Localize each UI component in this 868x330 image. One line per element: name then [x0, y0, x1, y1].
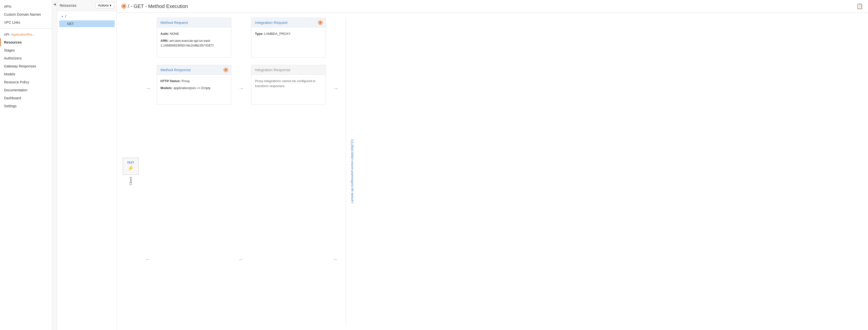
method-request-card: Method Request Auth: NONE ARN: arn:aws:e… — [157, 18, 231, 58]
sidebar-item-gateway-responses[interactable]: Gateway Responses — [0, 62, 52, 70]
resources-topbar: Resources Actions ▾ — [57, 0, 117, 11]
resource-tree: ▼ / GET — [57, 11, 117, 30]
sidebar-item-authorizers[interactable]: Authorizers — [0, 54, 52, 62]
arrow-left-mid: ← — [238, 256, 244, 263]
method-request-header: Method Request — [157, 18, 231, 27]
arrow-right-top: → — [145, 85, 151, 92]
header-orange-dot — [122, 4, 126, 8]
client-label: Client — [129, 177, 132, 185]
models-label: Models: — [160, 86, 173, 90]
collapse-icon: ◀ — [54, 2, 56, 6]
resource-method-get[interactable]: GET — [59, 21, 115, 27]
integration-request-dot — [319, 21, 322, 24]
method-request-arn: ARN: arn:aws:execute-api:us-east-1:14666… — [160, 38, 227, 48]
resource-root-item[interactable]: ▼ / — [57, 13, 117, 20]
integration-request-header: Integration Request — [251, 18, 326, 27]
resources-panel: Resources Actions ▾ ▼ / GET — [57, 0, 117, 330]
sidebar-item-settings[interactable]: Settings — [0, 102, 52, 110]
method-request-body: Auth: NONE ARN: arn:aws:execute-api:us-e… — [157, 27, 231, 57]
cards-col2: Integration Request Type: LAMBDA_PROXY I… — [251, 18, 326, 325]
models-row: Models: application/json => Empty — [160, 86, 227, 91]
method-response-body: HTTP Status: Proxy Models: application/j… — [157, 74, 231, 104]
sidebar: APIs Custom Domain Names VPC Links api-l… — [0, 0, 52, 330]
integration-response-card: Integration Response Proxy integrations … — [251, 65, 326, 105]
sidebar-item-documentation[interactable]: Documentation — [0, 86, 52, 94]
sidebar-item-models[interactable]: Models — [0, 70, 52, 78]
type-value: LAMBDA_PROXY — [264, 32, 290, 36]
integration-type-row: Type: LAMBDA_PROXY — [255, 31, 322, 36]
integration-request-title[interactable]: Integration Request — [255, 21, 287, 25]
integration-response-text: Proxy integrations cannot be configured … — [255, 79, 322, 88]
arn-label: ARN: — [160, 39, 168, 42]
arn-value: arn:aws:execute-api:us-east-1:1466606290… — [160, 39, 214, 48]
client-arrows: → ← — [139, 18, 157, 325]
http-status-label: HTTP Status: — [160, 79, 181, 83]
diagram-area: TEST ⚡ Client → ← Method Request — [117, 13, 868, 330]
method-response-dot — [224, 68, 227, 72]
client-box: TEST ⚡ Client — [122, 18, 139, 325]
actions-button[interactable]: Actions ▾ — [95, 2, 114, 9]
notebook-icon[interactable]: 📋 — [856, 3, 863, 9]
integration-request-card: Integration Request Type: LAMBDA_PROXY — [251, 18, 326, 58]
main-content: / - GET - Method Execution 📋 TEST ⚡ Clie… — [117, 0, 868, 330]
middle-arrows: → ← — [231, 18, 251, 325]
sidebar-collapse-btn[interactable]: ◀ — [52, 0, 57, 330]
lambda-label[interactable]: Lambda api-GetResultsFunction-u9qbz1Mgf7… — [347, 137, 358, 206]
arrow-left-bottom: ← — [145, 256, 151, 263]
right-arrows: → ← — [326, 18, 346, 325]
cards-col1: Method Request Auth: NONE ARN: arn:aws:e… — [157, 18, 231, 325]
client-icon: TEST ⚡ — [123, 157, 139, 175]
http-status-row: HTTP Status: Proxy — [160, 79, 227, 84]
lightning-icon: ⚡ — [127, 165, 134, 172]
sidebar-divider — [0, 28, 52, 29]
method-request-title[interactable]: Method Request — [160, 21, 188, 25]
sidebar-item-vpc-links[interactable]: VPC Links — [0, 19, 52, 26]
models-value: application/json => Empty — [174, 86, 211, 90]
method-request-auth: Auth: NONE — [160, 31, 227, 36]
arrow-right-right: → — [333, 85, 339, 92]
sidebar-item-custom-domain-names[interactable]: Custom Domain Names — [0, 10, 52, 19]
main-header: / - GET - Method Execution 📋 — [117, 0, 868, 13]
integration-request-body: Type: LAMBDA_PROXY — [251, 27, 326, 57]
integration-response-title[interactable]: Integration Response — [255, 68, 290, 72]
sidebar-item-apis[interactable]: APIs — [0, 2, 52, 10]
auth-value: NONE — [170, 32, 179, 36]
actions-label: Actions — [98, 3, 109, 7]
sidebar-api-label: api-label API: ApplicationRes... — [0, 31, 52, 38]
api-name[interactable]: ApplicationRes... — [11, 33, 35, 36]
sidebar-item-resources[interactable]: Resources — [0, 38, 52, 46]
method-response-header: Method Response — [157, 65, 231, 74]
method-response-title[interactable]: Method Response — [160, 68, 191, 72]
integration-response-header: Integration Response — [251, 65, 326, 74]
test-label[interactable]: TEST — [127, 161, 134, 164]
root-path-label: / — [65, 14, 66, 19]
integration-response-body: Proxy integrations cannot be configured … — [251, 74, 326, 104]
resources-panel-title: Resources — [60, 3, 76, 7]
type-label: Type: — [255, 32, 264, 36]
lambda-panel: Lambda api-GetResultsFunction-u9qbz1Mgf7… — [346, 18, 358, 325]
http-status-value: Proxy — [182, 79, 190, 83]
tree-expand-icon: ▼ — [61, 15, 64, 18]
sidebar-item-stages[interactable]: Stages — [0, 46, 52, 54]
sidebar-item-dashboard[interactable]: Dashboard — [0, 94, 52, 102]
page-title: / - GET - Method Execution — [128, 3, 188, 9]
method-response-card: Method Response HTTP Status: Proxy Model… — [157, 65, 231, 105]
actions-dropdown-icon: ▾ — [110, 3, 112, 7]
auth-label: Auth: — [160, 32, 169, 36]
arrow-right-mid: → — [238, 85, 244, 92]
sidebar-item-resource-policy[interactable]: Resource Policy — [0, 78, 52, 86]
arrow-left-right: ← — [333, 256, 339, 263]
